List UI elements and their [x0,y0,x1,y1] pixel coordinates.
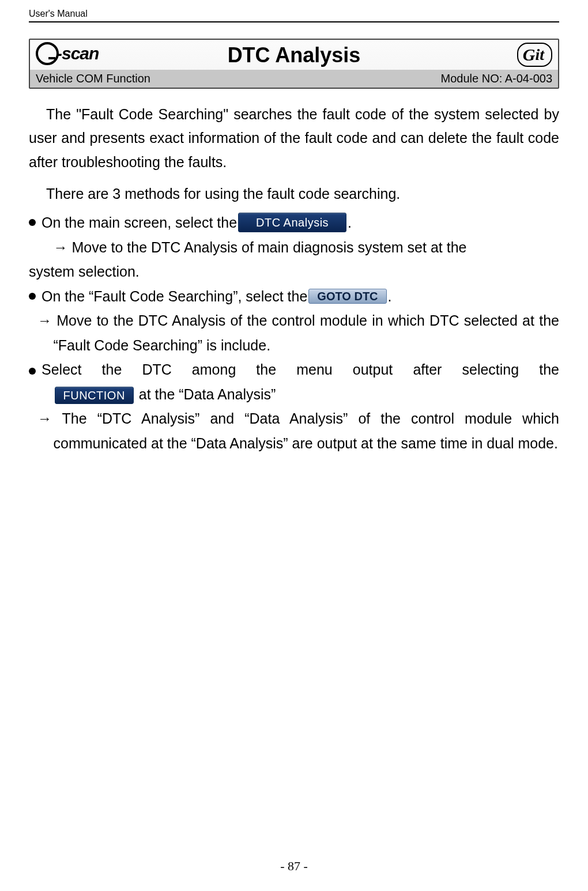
bullet-1-arrow: → Move to the DTC Analysis of main diagn… [29,235,559,260]
bullet-3: Select the DTC among the menu output aft… [29,357,559,382]
bullet-1-arrow-cont: system selection. [29,259,559,284]
section-subbar: Vehicle COM Function Module NO: A-04-003 [30,70,558,88]
bullet-icon [29,219,36,226]
bullet-3-pre: Select the DTC among the menu output aft… [42,357,559,382]
git-it-text: it [535,46,544,64]
gscan-text: -scan [56,44,99,63]
page-number: - 87 - [280,859,308,873]
paragraph-methods: There are 3 methods for using the fault … [29,182,559,206]
bullet-1-pre: On the main screen, select the [42,210,237,235]
git-logo: Git [517,43,552,67]
section-right-label: Module NO: A-04-003 [441,72,552,85]
section-left-label: Vehicle COM Function [36,72,150,85]
git-g-text: G [523,45,536,65]
manual-title: User's Manual [29,9,88,19]
bullet-2-arrow: → Move to the DTC Analysis of the contro… [29,308,559,357]
bullet-2-post: . [388,284,392,309]
bullet-3-arrow: → The “DTC Analysis” and “Data Analysis”… [29,406,559,455]
bullet-1: On the main screen, select the DTC Analy… [29,210,559,235]
paragraph-intro: The "Fault Code Searching" searches the … [29,103,559,174]
page-header: User's Manual [29,9,559,22]
page-footer: - 87 - [0,859,588,874]
goto-dtc-button[interactable]: GOTO DTC [308,289,386,304]
bullet-3-post: at the “Data Analysis” [139,386,276,402]
bullet-icon [29,368,36,375]
body-text: The "Fault Code Searching" searches the … [29,103,559,455]
dtc-analysis-button[interactable]: DTC Analysis [238,213,346,232]
bullet-icon [29,293,36,300]
gscan-logo: -scan [36,42,99,67]
bullet-3-line2: FUNCTION at the “Data Analysis” [29,382,559,407]
bullet-1-post: . [348,210,352,235]
page: User's Manual -scan DTC Analysis Git Veh… [0,0,588,891]
gscan-g-icon [36,42,59,65]
bullet-2: On the “Fault Code Searching”, select th… [29,284,559,309]
function-button[interactable]: FUNCTION [55,387,134,404]
bullet-2-pre: On the “Fault Code Searching”, select th… [42,284,307,309]
section-top: -scan DTC Analysis Git [30,40,558,70]
section-title: DTC Analysis [228,43,361,67]
section-bar: -scan DTC Analysis Git Vehicle COM Funct… [29,39,559,89]
